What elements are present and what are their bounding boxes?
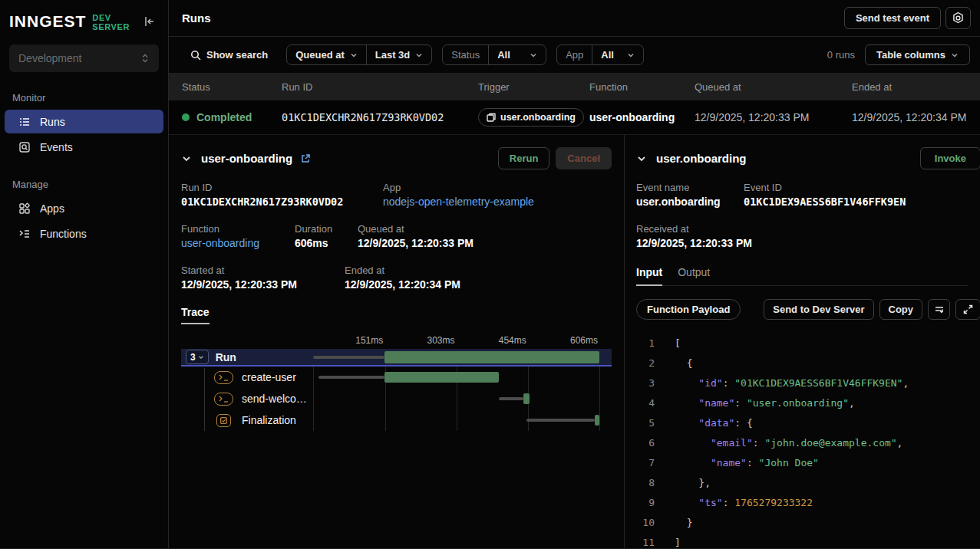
axis-tick-label: 606ms xyxy=(570,335,599,346)
trace-row-label: Run xyxy=(216,351,236,363)
runs-icon xyxy=(18,116,31,128)
app-label: App xyxy=(383,182,534,193)
external-link-icon[interactable] xyxy=(300,153,311,164)
code-line: 5 "data": { xyxy=(636,413,968,433)
queued-at-dropdown[interactable]: Queued at xyxy=(287,45,366,64)
page-title: Runs xyxy=(182,12,211,25)
tab-input[interactable]: Input xyxy=(636,266,662,286)
axis-tick-label: 454ms xyxy=(499,335,528,346)
function-label: Function xyxy=(181,223,295,235)
expand-payload-button[interactable] xyxy=(955,299,980,320)
app-filter-group: App All xyxy=(556,44,644,65)
environment-select-value: Development xyxy=(18,52,82,64)
app-filter-dropdown[interactable]: All xyxy=(592,45,643,64)
column-header-function: Function xyxy=(589,81,695,93)
table-columns-dropdown[interactable]: Table columns xyxy=(865,44,970,65)
queued-at-value: 12/9/2025, 12:20:33 PM xyxy=(358,237,474,249)
chevron-down-icon xyxy=(350,51,358,59)
ended-at-value: 12/9/2025, 12:20:34 PM xyxy=(345,278,460,291)
chevron-down-icon xyxy=(636,153,647,164)
runs-table-header: Status Run ID Trigger Function Queued at… xyxy=(169,73,980,100)
filter-bar: Show search Queued at Last 3d Status All xyxy=(169,37,980,73)
trigger-event-pill[interactable]: user.onboarding xyxy=(478,108,584,127)
duration-label: Duration xyxy=(295,223,358,235)
event-id-value: 01KC1DEX9AESS6BF1V46FFK9EN xyxy=(744,196,906,208)
code-line: 10 } xyxy=(636,513,968,533)
event-name-value: user.onboarding xyxy=(636,196,744,208)
function-payload-pill[interactable]: Function Payload xyxy=(636,299,741,320)
show-search-button[interactable]: Show search xyxy=(182,37,276,73)
send-to-dev-server-button[interactable]: Send to Dev Server xyxy=(764,299,873,320)
chevron-down-icon xyxy=(415,51,423,59)
tab-trace[interactable]: Trace xyxy=(181,306,210,324)
chevron-up-down-icon xyxy=(140,53,150,64)
functions-icon xyxy=(18,228,31,240)
environment-select[interactable]: Development xyxy=(9,44,159,72)
sidebar: INNGEST DEV SERVER Development Monitor R… xyxy=(0,0,169,548)
collapse-event-details-button[interactable] xyxy=(636,153,647,164)
status-filter-dropdown[interactable]: All xyxy=(489,45,546,64)
queued-at-label: Queued at xyxy=(358,223,474,235)
received-at-value: 12/9/2025, 12:20:33 PM xyxy=(636,237,752,249)
duration-value: 606ms xyxy=(295,237,358,249)
sidebar-section-monitor: Monitor xyxy=(0,92,168,104)
sidebar-section-manage: Manage xyxy=(0,179,168,190)
sidebar-item-runs[interactable]: Runs xyxy=(5,110,163,133)
collapse-sidebar-icon xyxy=(144,15,156,28)
column-header-status: Status xyxy=(182,81,282,93)
expand-icon xyxy=(963,304,973,314)
sidebar-item-label: Events xyxy=(40,141,73,153)
code-line: 4 "name": "user.onboarding", xyxy=(636,393,968,413)
wrap-text-button[interactable] xyxy=(928,299,950,320)
copy-button[interactable]: Copy xyxy=(879,299,923,320)
function-cell: user-onboarding xyxy=(589,111,695,123)
axis-tick-label: 303ms xyxy=(427,335,456,346)
event-name-label: Event name xyxy=(636,182,744,193)
trace-row-create-user[interactable]: create-user xyxy=(181,367,612,388)
ended-at-cell: 12/9/2025, 12:20:34 PM xyxy=(852,111,980,123)
time-range-dropdown[interactable]: Last 3d xyxy=(367,45,432,64)
code-line: 9 "ts": 1765279233322 xyxy=(636,493,968,513)
step-count-badge[interactable]: 3 xyxy=(186,350,209,364)
event-details-panel: user.onboarding Invoke Event name user.o… xyxy=(624,135,980,548)
sidebar-item-functions[interactable]: Functions xyxy=(5,222,163,245)
runs-count: 0 runs xyxy=(827,49,855,61)
event-title: user.onboarding xyxy=(656,152,747,165)
search-icon xyxy=(190,50,201,61)
finalization-icon xyxy=(216,414,231,427)
run-id-value: 01KC1DEXCHR2N617Z93RK0VD02 xyxy=(181,196,383,208)
function-link[interactable]: user-onboarding xyxy=(181,237,295,249)
trace-row-finalization[interactable]: Finalization xyxy=(181,409,612,431)
sidebar-item-label: Apps xyxy=(40,202,64,215)
payload-toolbar: Function Payload Send to Dev Server Copy xyxy=(636,299,968,320)
app-link[interactable]: nodejs-open-telemetry-example xyxy=(383,196,534,208)
send-test-event-button[interactable]: Send test event xyxy=(844,7,941,29)
rerun-button[interactable]: Rerun xyxy=(498,147,550,169)
tab-output[interactable]: Output xyxy=(678,266,710,285)
table-row[interactable]: Completed 01KC1DEXCHR2N617Z93RK0VD02 use… xyxy=(169,100,980,135)
code-line: 1[ xyxy=(636,334,968,353)
trace-track xyxy=(313,409,599,431)
step-run-icon xyxy=(214,371,233,384)
status-filter-label: Status xyxy=(443,45,488,64)
trace-row-send-welcome[interactable]: send-welco… xyxy=(181,388,612,409)
dev-server-badge: DEV SERVER xyxy=(92,13,142,31)
trace-row-label: Finalization xyxy=(242,414,296,426)
invoke-button[interactable]: Invoke xyxy=(920,147,980,169)
trace-waterfall: 151ms 303ms 454ms 606ms xyxy=(181,335,612,431)
app-filter-label: App xyxy=(557,45,592,64)
chevron-down-icon xyxy=(530,51,537,59)
sidebar-item-events[interactable]: Events xyxy=(5,135,163,159)
code-line: 6 "email": "john.doe@example.com", xyxy=(636,433,968,453)
run-title: user-onboarding xyxy=(201,152,292,165)
code-line: 7 "name": "John Doe" xyxy=(636,453,968,473)
collapse-run-details-button[interactable] xyxy=(181,153,192,164)
queued-at-cell: 12/9/2025, 12:20:33 PM xyxy=(695,111,852,123)
run-status-cell: Completed xyxy=(182,111,282,123)
trace-row-run[interactable]: 3 Run xyxy=(181,349,612,367)
ended-at-label: Ended at xyxy=(345,265,460,276)
collapse-sidebar-button[interactable] xyxy=(142,14,157,29)
settings-button[interactable] xyxy=(945,7,971,29)
trace-row-label: create-user xyxy=(242,371,296,383)
sidebar-item-apps[interactable]: Apps xyxy=(5,196,163,220)
